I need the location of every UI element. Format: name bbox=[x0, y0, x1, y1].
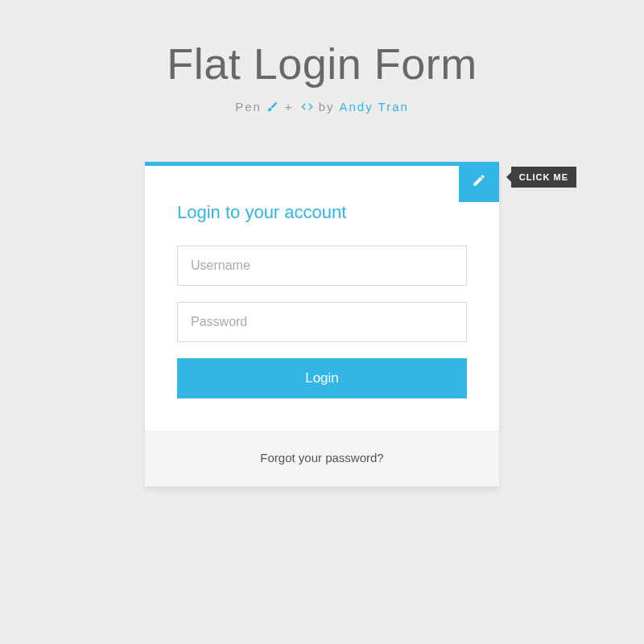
username-input[interactable] bbox=[177, 246, 467, 286]
toggle-button[interactable]: CLICK ME bbox=[459, 162, 499, 202]
page-header: Flat Login Form Pen + by Andy Tran bbox=[0, 0, 644, 114]
toggle-tooltip: CLICK ME bbox=[511, 167, 576, 188]
login-button[interactable]: Login bbox=[177, 358, 467, 398]
pen-label: Pen bbox=[235, 100, 262, 114]
subtitle: Pen + by Andy Tran bbox=[0, 100, 644, 114]
code-icon bbox=[300, 100, 314, 114]
by-label: by bbox=[319, 100, 335, 114]
pencil-icon bbox=[472, 173, 486, 191]
forgot-password-link[interactable]: Forgot your password? bbox=[260, 451, 383, 464]
form-title: Login to your account bbox=[177, 202, 467, 223]
page-title: Flat Login Form bbox=[0, 39, 644, 89]
login-card: CLICK ME Login to your account Login For… bbox=[145, 162, 499, 486]
password-input[interactable] bbox=[177, 302, 467, 342]
brush-icon bbox=[266, 101, 279, 113]
card-footer: Forgot your password? bbox=[145, 431, 499, 486]
card-body: Login to your account Login bbox=[145, 166, 499, 431]
plus-separator: + bbox=[285, 100, 294, 114]
login-card-wrap: CLICK ME Login to your account Login For… bbox=[145, 162, 499, 486]
author-link[interactable]: Andy Tran bbox=[339, 100, 408, 114]
